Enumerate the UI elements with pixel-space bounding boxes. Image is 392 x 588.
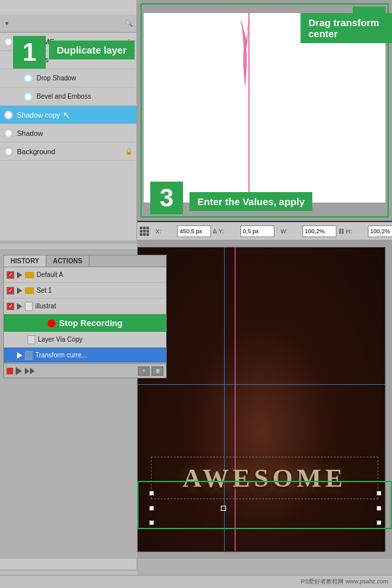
x-value-input[interactable]	[177, 225, 211, 237]
blue-line-h	[138, 384, 385, 385]
layer-drop-shadow[interactable]: Drop Shadow	[0, 69, 137, 88]
history-label-layer-copy: Layer Via Copy	[38, 336, 82, 343]
step1-text: Duplicate layer	[57, 44, 127, 56]
transform-handle-mr[interactable]	[376, 506, 382, 511]
doc-layer-copy	[27, 335, 35, 344]
folder-set1	[25, 287, 34, 294]
ruler-top	[0, 244, 137, 250]
layer-search-icon[interactable]: 🔍	[125, 20, 133, 27]
h-value-input[interactable]	[368, 225, 392, 237]
cursor-icon: ↖	[63, 110, 71, 120]
history-panel: HISTORY ACTIONS ✓ Default A ✓ Set 1 ✓ il…	[3, 255, 167, 378]
watermark-text: PS爱好者教程网 www.psahz.com	[301, 578, 388, 586]
transform-handle-tr[interactable]	[376, 491, 382, 496]
transform-handle-bl[interactable]	[149, 520, 154, 525]
h-label: H:	[346, 228, 366, 235]
pink-guide-bottom	[235, 248, 236, 551]
layer-bevel-emboss[interactable]: Bevel and Emboss	[0, 88, 137, 106]
step3-number: 3	[159, 184, 173, 212]
doc-illustrat	[25, 302, 33, 311]
y-label: Y:	[219, 228, 238, 235]
w-value-input[interactable]	[302, 225, 336, 237]
history-row-set1[interactable]: ✓ Set 1	[4, 283, 166, 299]
layer-eye-bevel[interactable]	[24, 92, 33, 101]
history-row-transform[interactable]: Transform curre...	[4, 348, 166, 363]
layer-eye-shadow[interactable]	[4, 129, 13, 138]
layer-eye-shadow-copy[interactable]	[4, 110, 13, 120]
toolbar-right-buttons: + 🗑	[138, 367, 163, 376]
play-button[interactable]	[16, 367, 22, 375]
x-label: X:	[155, 228, 175, 235]
layer-kind-label: ▼	[4, 20, 10, 27]
new-action-button[interactable]: +	[138, 367, 150, 376]
layer-eye-background[interactable]	[4, 147, 13, 156]
layer-shadow-label: Shadow	[17, 129, 43, 137]
layer-eye-dropshadow[interactable]	[24, 74, 33, 83]
status-bar: PS爱好者教程网 www.psahz.com	[0, 575, 392, 588]
layer-background-label: Background	[17, 148, 56, 155]
layer-eye-awesome[interactable]	[4, 37, 13, 46]
y-value-input[interactable]	[240, 225, 274, 237]
folder-defaulta	[25, 272, 34, 278]
dark-canvas: AWESOME	[137, 247, 385, 552]
step1-label: Duplicate layer	[49, 41, 135, 59]
layer-shadow[interactable]: Shadow	[0, 124, 137, 142]
stop-sq-button[interactable]	[7, 368, 13, 374]
awesome-text: AWESOME	[151, 457, 378, 499]
history-panel-tabs: HISTORY ACTIONS	[4, 255, 166, 267]
doc-transform	[25, 351, 33, 360]
angle-icon: ∆	[213, 228, 217, 235]
step1-number: 1	[22, 39, 36, 67]
history-label-illustrat: illustrat	[35, 302, 56, 310]
tab-actions[interactable]: ACTIONS	[46, 255, 90, 267]
history-label-transform: Transform curre...	[35, 351, 87, 359]
layer-shadow-copy-label: Shadow copy	[17, 111, 60, 119]
step3-text: Enter the Values, apply	[197, 196, 304, 207]
pink-arrow-shape	[237, 16, 263, 95]
stop-recording-button[interactable]: Stop Recording	[4, 314, 166, 332]
layer-dropshadow-label: Drop Shadow	[37, 74, 76, 82]
history-label-defaulta: Default A	[37, 271, 63, 278]
canvas-top-area: 2 Drag transform center 3 Enter the Valu…	[137, 0, 392, 222]
delete-action-button[interactable]: 🗑	[152, 367, 163, 376]
step2-text: Drag transform center	[308, 17, 379, 39]
stop-recording-label: Stop Recording	[59, 318, 123, 328]
grid-icon	[140, 227, 149, 236]
fast-fwd-button[interactable]	[25, 368, 35, 374]
transform-center-handle[interactable]	[221, 506, 226, 511]
layer-toolbar: ▼ 🔍	[0, 14, 137, 33]
check-set1[interactable]: ✓	[7, 287, 14, 295]
tab-history[interactable]: HISTORY	[4, 255, 46, 267]
step1-box: 1	[13, 36, 46, 69]
transform-handle-ml[interactable]	[149, 506, 154, 511]
play-defaulta[interactable]	[17, 272, 22, 278]
layer-bevel-label: Bevel and Emboss	[37, 93, 91, 100]
step3-label: Enter the Values, apply	[189, 192, 312, 211]
options-bar: X: ∆ Y: W: ⛓ H: ∆ ° H:	[137, 222, 392, 240]
history-row-illustrat[interactable]: ✓ illustrat	[4, 299, 166, 314]
chain-icon[interactable]: ⛓	[338, 228, 344, 235]
layer-background[interactable]: Background 🔒	[0, 142, 137, 161]
step3-box: 3	[150, 182, 183, 214]
history-label-set1: Set 1	[37, 287, 52, 294]
step2-label: Drag transform center	[301, 13, 392, 43]
check-illustrat[interactable]: ✓	[7, 302, 14, 310]
w-label: W:	[281, 228, 301, 235]
lock-icon: 🔒	[125, 148, 133, 155]
history-toolbar: + 🗑	[4, 363, 166, 378]
stop-icon	[48, 319, 56, 327]
play-set1[interactable]	[17, 287, 22, 294]
layer-shadow-copy[interactable]: Shadow copy ↖	[0, 106, 137, 124]
check-defaulta[interactable]: ✓	[7, 271, 14, 279]
history-row-layer-via-copy[interactable]: Layer Via Copy	[4, 332, 166, 348]
play-transform[interactable]	[17, 352, 22, 359]
history-row-defaulta[interactable]: ✓ Default A	[4, 267, 166, 283]
transform-handle-tl[interactable]	[149, 491, 154, 496]
transform-handle-br[interactable]	[376, 520, 382, 525]
play-illustrat[interactable]	[17, 303, 22, 310]
